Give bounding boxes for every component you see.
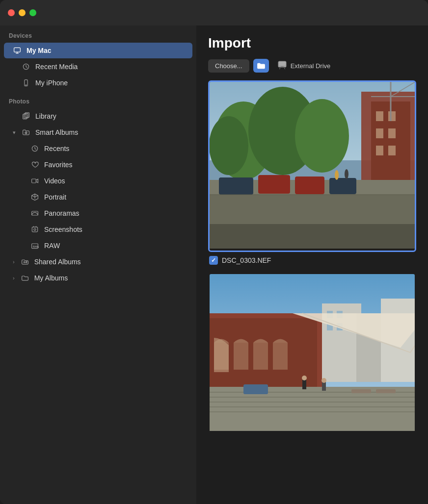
- svg-rect-30: [388, 128, 396, 138]
- maximize-button[interactable]: [29, 9, 36, 16]
- chevron-right-icon: ›: [13, 275, 15, 281]
- svg-rect-18: [281, 66, 284, 67]
- sidebar-item-label: Shared Albums: [34, 258, 81, 266]
- sidebar-item-raw[interactable]: RAW RAW: [4, 238, 192, 253]
- svg-rect-31: [376, 146, 383, 155]
- svg-rect-60: [210, 387, 415, 431]
- svg-rect-39: [258, 175, 290, 194]
- external-drive-text: External Drive: [291, 62, 331, 70]
- photo-image-1: [210, 82, 415, 249]
- panorama-icon: [30, 209, 39, 218]
- sidebar-item-shared-albums[interactable]: › Shared Albums: [4, 254, 192, 270]
- import-header: Import: [196, 25, 428, 59]
- checkmark-icon: ✓: [211, 257, 216, 264]
- sidebar-item-my-iphone[interactable]: My iPhone: [4, 75, 192, 91]
- svg-rect-62: [210, 397, 415, 398]
- import-title: Import: [208, 35, 416, 51]
- photo-container-2[interactable]: [208, 273, 416, 434]
- heart-icon: [30, 160, 39, 169]
- cube-icon: [30, 193, 39, 202]
- svg-point-69: [321, 378, 326, 383]
- svg-point-12: [34, 228, 36, 230]
- close-button[interactable]: [8, 9, 15, 16]
- svg-rect-40: [295, 176, 324, 194]
- sidebar-item-label: Screenshots: [44, 226, 82, 233]
- svg-point-24: [210, 116, 248, 175]
- sidebar-item-label: Favorites: [44, 161, 73, 169]
- svg-rect-32: [388, 146, 396, 155]
- right-panel: Import Choose...: [196, 25, 428, 504]
- svg-rect-44: [210, 224, 415, 249]
- title-bar: [0, 0, 428, 25]
- sidebar-item-label: Smart Albums: [35, 128, 78, 136]
- sidebar-item-favorites[interactable]: Favorites: [4, 157, 192, 173]
- svg-rect-57: [234, 343, 248, 370]
- sidebar-item-label: My iPhone: [35, 79, 68, 87]
- photo-filename-row-1: ✓ DSC_0303.NEF: [208, 252, 416, 269]
- sidebar-item-label: My Mac: [27, 47, 52, 54]
- photo-container-1[interactable]: [208, 80, 416, 252]
- sidebar-item-recents[interactable]: Recents: [4, 141, 192, 156]
- photo-item-1[interactable]: ✓ DSC_0303.NEF: [208, 80, 416, 269]
- raw-icon: RAW: [30, 241, 39, 250]
- svg-point-42: [335, 170, 339, 180]
- svg-rect-66: [302, 379, 306, 389]
- svg-rect-64: [210, 406, 415, 407]
- sidebar-item-label: Videos: [44, 177, 65, 185]
- sidebar-item-smart-albums[interactable]: ▾ Smart Albums: [4, 125, 192, 140]
- svg-rect-59: [273, 343, 288, 370]
- svg-rect-58: [253, 343, 268, 370]
- clock-recents-icon: [30, 144, 39, 153]
- svg-point-67: [302, 376, 307, 380]
- svg-text:RAW: RAW: [33, 245, 39, 248]
- library-icon: [22, 112, 30, 121]
- sidebar-item-label: Recent Media: [35, 63, 78, 71]
- phone-icon: [22, 78, 30, 87]
- main-content: Devices My Mac: [0, 25, 428, 504]
- choose-button[interactable]: Choose...: [208, 59, 249, 73]
- monitor-icon: [13, 46, 22, 55]
- svg-rect-38: [219, 177, 253, 195]
- photo-image-2: [210, 274, 415, 431]
- svg-rect-72: [376, 389, 396, 393]
- video-icon: [30, 176, 39, 185]
- sidebar-item-label: RAW: [44, 242, 60, 250]
- svg-rect-70: [243, 384, 268, 394]
- photo-item-2[interactable]: [208, 273, 416, 434]
- folder-browse-button[interactable]: [253, 59, 269, 73]
- svg-rect-63: [210, 402, 415, 403]
- app-window: Devices My Mac: [0, 0, 428, 504]
- minimize-button[interactable]: [19, 9, 26, 16]
- sidebar-item-label: Library: [35, 112, 56, 120]
- folder-icon: [21, 274, 29, 282]
- chevron-down-icon: ▾: [13, 129, 16, 136]
- folder-share-icon: [21, 257, 29, 266]
- chevron-right-icon: ›: [13, 259, 15, 265]
- sidebar-item-panoramas[interactable]: Panoramas: [4, 205, 192, 221]
- sidebar-item-label: Recents: [44, 145, 69, 152]
- sidebar-item-portrait[interactable]: Portrait: [4, 189, 192, 205]
- sidebar-section-photos: Photos: [0, 91, 196, 108]
- svg-rect-27: [376, 111, 383, 121]
- sidebar-item-label: My Albums: [34, 274, 68, 282]
- svg-point-3: [26, 85, 26, 85]
- sidebar-item-screenshots[interactable]: Screenshots: [4, 222, 192, 237]
- clock-icon: [22, 62, 30, 71]
- sidebar-item-recent-media[interactable]: Recent Media: [4, 59, 192, 75]
- toolbar-row: Choose... External D: [196, 59, 428, 80]
- screenshot-icon: [30, 225, 39, 234]
- sidebar-item-videos[interactable]: Videos: [4, 173, 192, 189]
- sidebar-section-devices: Devices: [0, 25, 196, 42]
- svg-rect-11: [32, 227, 37, 232]
- sidebar-item-my-mac[interactable]: My Mac: [4, 43, 192, 58]
- external-drive-label: External Drive: [277, 60, 331, 72]
- sidebar-item-my-albums[interactable]: › My Albums: [4, 270, 192, 286]
- sidebar-item-library[interactable]: Library: [4, 108, 192, 124]
- sidebar: Devices My Mac: [0, 25, 196, 504]
- svg-rect-41: [329, 178, 356, 194]
- photo-checkbox-1[interactable]: ✓: [209, 256, 218, 265]
- folder-clock-icon: [22, 128, 30, 137]
- svg-rect-68: [322, 382, 326, 391]
- photo-filename-1: DSC_0303.NEF: [222, 256, 271, 264]
- svg-rect-9: [32, 179, 36, 183]
